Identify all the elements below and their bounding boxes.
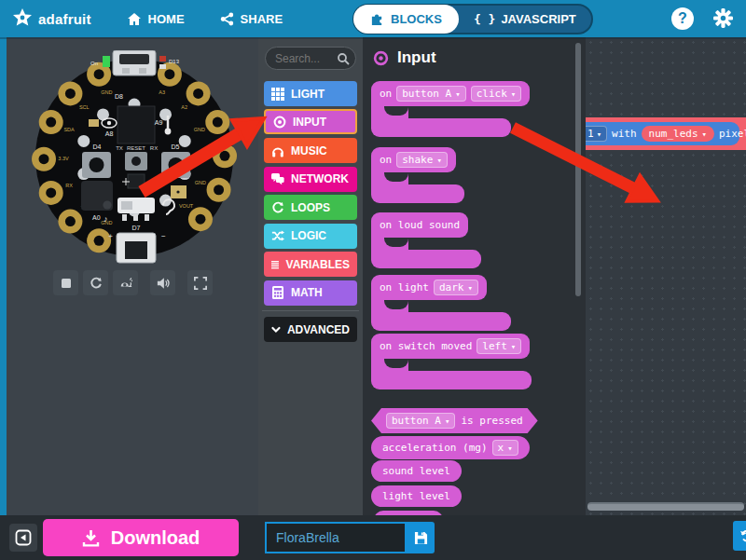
tx-label: TX xyxy=(116,145,123,151)
help-button[interactable]: ? xyxy=(671,7,694,30)
category-music[interactable]: MUSIC xyxy=(264,138,357,163)
axis-dropdown[interactable]: x xyxy=(492,440,518,456)
svg-text:VOUT: VOUT xyxy=(179,203,194,209)
music-note-glyph: ♪ xyxy=(104,214,108,224)
category-loops[interactable]: LOOPS xyxy=(264,195,357,220)
light-level-dropdown[interactable]: dark xyxy=(434,280,478,295)
category-network-label: NETWORK xyxy=(291,172,349,185)
block-on-loud-sound[interactable]: on loud sound xyxy=(371,212,481,268)
undo-icon xyxy=(739,528,746,543)
with-label: with xyxy=(612,128,637,140)
collapse-simulator-button[interactable] xyxy=(9,524,37,552)
gesture-dropdown[interactable]: shake xyxy=(396,152,448,168)
list-icon xyxy=(271,258,280,271)
a9-label: A9 xyxy=(155,119,163,126)
block-on-gesture[interactable]: onshake xyxy=(371,147,464,203)
collapse-icon xyxy=(15,529,32,546)
horizontal-scrollbar[interactable] xyxy=(587,502,744,511)
block-sound-level[interactable]: sound level xyxy=(371,460,462,482)
category-advanced[interactable]: ADVANCED xyxy=(264,317,357,342)
power-led xyxy=(103,56,110,67)
category-network[interactable]: NETWORK xyxy=(264,167,357,192)
home-label: HOME xyxy=(148,12,185,26)
block-on-switch-moved[interactable]: on switch movedleft xyxy=(371,334,532,389)
home-button[interactable]: HOME xyxy=(127,12,185,26)
stop-icon xyxy=(61,278,72,289)
accelerometer xyxy=(128,174,145,188)
category-variables-label: VARIABLES xyxy=(286,258,350,271)
share-button[interactable]: SHARE xyxy=(220,12,283,26)
switch-direction-dropdown[interactable]: left xyxy=(477,338,521,354)
share-icon xyxy=(220,12,234,26)
grid-icon xyxy=(271,88,284,101)
undo-button[interactable] xyxy=(733,521,746,551)
brand-label: adafruit xyxy=(38,11,91,27)
d5-label: D5 xyxy=(172,143,180,150)
sim-slowmo-button[interactable] xyxy=(113,270,138,295)
svg-text:GND: GND xyxy=(101,89,112,95)
puzzle-icon xyxy=(370,12,384,26)
sim-restart-button[interactable] xyxy=(83,270,108,295)
tab-javascript[interactable]: { } JAVASCRIPT xyxy=(459,12,591,26)
flyout-title: Input xyxy=(397,48,436,67)
settings-button[interactable] xyxy=(713,8,733,32)
battery-minus-label: − xyxy=(161,232,166,240)
block-light-level[interactable]: light level xyxy=(371,485,462,507)
svg-text:SCL: SCL xyxy=(79,104,90,110)
adafruit-logo[interactable]: adafruit xyxy=(11,7,91,30)
tab-blocks[interactable]: BLOCKS xyxy=(353,5,459,34)
chat-icon xyxy=(271,172,284,185)
block-acceleration[interactable]: acceleration (mg) x xyxy=(371,436,530,459)
simulator-toolbar xyxy=(53,270,213,295)
svg-text:A3: A3 xyxy=(159,89,165,95)
input-flyout: Input onbutton Aclick onshake on loud so… xyxy=(363,37,586,515)
event-dropdown[interactable]: click xyxy=(471,86,522,102)
svg-text:A1: A1 xyxy=(202,154,209,159)
download-button[interactable]: Download xyxy=(43,519,239,556)
create-strip-block[interactable]: 1 with num_leds pixels xyxy=(586,122,739,145)
reset-label: RESET xyxy=(127,145,145,151)
block-on-light[interactable]: on lightdark xyxy=(371,275,511,331)
pin-dropdown[interactable]: 1 xyxy=(586,126,607,142)
save-button[interactable] xyxy=(407,522,435,553)
input-target-icon xyxy=(373,50,389,66)
chevron-down-icon xyxy=(271,324,281,335)
toolbox-divider xyxy=(262,310,359,311)
top-bar: adafruit HOME SHARE BLOCKS { } JAVASCRIP… xyxy=(0,0,746,37)
a0-label: A0 xyxy=(92,214,101,221)
share-label: SHARE xyxy=(241,12,283,26)
svg-text:GND: GND xyxy=(195,180,206,185)
gear-icon xyxy=(713,8,733,28)
sim-sound-button[interactable] xyxy=(150,270,175,295)
block-toolbox: LIGHT INPUT MUSIC NETWORK LOOPS LOGIC VA… xyxy=(258,37,363,515)
block-button-is-pressed[interactable]: button A is pressed xyxy=(371,408,538,433)
sim-stop-button[interactable] xyxy=(53,270,78,295)
pressed-button-dropdown[interactable]: button A xyxy=(386,413,455,429)
d7-label: D7 xyxy=(132,225,141,231)
num-leds-variable[interactable]: num_leds xyxy=(642,126,714,142)
block-on-button-click[interactable]: onbutton Aclick xyxy=(371,81,530,137)
speaker-icon xyxy=(157,277,170,290)
flyout-scrollbar[interactable] xyxy=(575,43,581,296)
fullscreen-icon xyxy=(194,277,207,290)
category-logic[interactable]: LOGIC xyxy=(264,224,357,249)
svg-text:3.3V: 3.3V xyxy=(58,156,69,161)
a8-label: A8 xyxy=(105,130,114,137)
editor-tabs: BLOCKS { } JAVASCRIPT xyxy=(352,4,593,34)
category-logic-label: LOGIC xyxy=(291,229,326,242)
power-led-label: On xyxy=(90,61,98,66)
blocks-tab-label: BLOCKS xyxy=(391,12,442,26)
project-name-input[interactable] xyxy=(265,522,407,553)
circuit-playground-board[interactable]: GNDSCLSDA3.3VRXTXGNDA3A2GNDA1GNDVOUT On … xyxy=(25,50,243,265)
flyout-header: Input xyxy=(373,48,436,67)
sim-fullscreen-button[interactable] xyxy=(187,270,213,295)
svg-text:A2: A2 xyxy=(181,104,187,110)
category-variables[interactable]: VARIABLES xyxy=(264,252,357,277)
category-input[interactable]: INPUT xyxy=(264,109,357,134)
svg-text:SDA: SDA xyxy=(63,127,75,132)
block-workspace[interactable]: 1 with num_leds pixels xyxy=(586,37,746,515)
category-light[interactable]: LIGHT xyxy=(264,81,357,106)
button-dropdown[interactable]: button A xyxy=(396,86,465,102)
d4-label: D4 xyxy=(93,143,102,150)
category-math[interactable]: MATH xyxy=(264,280,357,306)
